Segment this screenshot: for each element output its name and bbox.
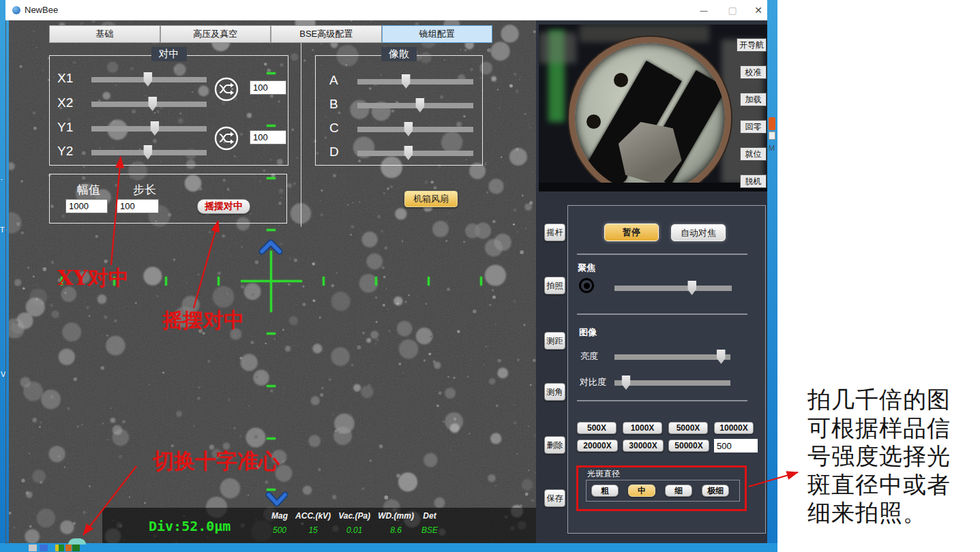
mag-5000x-button[interactable]: 5000X [668,422,708,434]
titlebar: NewBee — ▢ ✕ [5,0,767,20]
nav-home-zero-button[interactable]: 回零 [740,120,767,134]
wobble-x-input[interactable] [250,80,286,95]
taskbar-icon[interactable] [29,545,37,551]
slider-x2-thumb[interactable] [148,97,157,111]
slider-d[interactable] [357,151,473,156]
swing-centering-button[interactable]: 摇摆对中 [197,199,250,214]
mag-20000x-button[interactable]: 20000X [577,440,618,452]
swing-groupbox: 幅值 步长 摇摆对中 [49,174,287,224]
slider-y2-thumb[interactable] [143,145,152,159]
brightness-slider-thumb[interactable] [717,350,726,364]
annotation-red-rectangle [576,465,747,511]
taskbar-icon[interactable] [65,545,72,551]
wobble-y-icon[interactable] [213,125,239,151]
slider-a[interactable] [357,79,473,85]
slider-b-thumb[interactable] [415,98,424,112]
status-col-wd: WD.(mm) 8.6 [378,511,414,535]
slider-a-thumb[interactable] [402,74,411,89]
autofocus-button[interactable]: 自动对焦 [671,224,726,241]
maximize-button[interactable]: ▢ [719,0,746,20]
brightness-slider[interactable] [614,354,730,360]
wobble-y-input[interactable] [250,130,286,144]
screen: - T· V M NewBee — ▢ ✕ 基础 高压及真空 BSE高级配置 镜… [0,0,980,552]
stage-hole [614,73,628,87]
side-note-line: 可根据样品信 [807,414,980,443]
tool-measure-distance-button[interactable]: 测距 [544,332,565,350]
centering-title: 对中 [151,47,187,61]
camera-machinery [539,33,576,63]
wobble-x-icon[interactable] [213,76,239,102]
nav-load-button[interactable]: 加载 [740,93,767,106]
taskbar-icon[interactable] [72,545,80,551]
pause-button[interactable]: 暂停 [604,224,659,241]
centering-groupbox: 对中 X1 X2 Y1 Y2 [49,55,288,166]
contrast-slider-thumb[interactable] [622,375,631,390]
slider-b[interactable] [357,103,473,108]
mag-10000x-button[interactable]: 10000X [714,422,754,434]
brightness-label: 亮度 [580,350,598,363]
slider-y1-thumb[interactable] [150,121,159,136]
crosshair-vline [270,251,272,312]
slider-x1[interactable] [91,77,207,82]
scale-tick [428,277,430,286]
tab-bar: 基础 高压及真空 BSE高级配置 镜组配置 [49,25,492,43]
focus-slider-thumb[interactable] [687,281,696,295]
mag-1000x-button[interactable]: 1000X [623,422,662,434]
slider-x2[interactable] [91,102,207,107]
app-icon [12,6,20,14]
tool-save-button[interactable]: 保存 [544,489,565,507]
slider-label-x2: X2 [57,95,73,110]
status-bar: Div:52.0μm Mag 500 ACC.(kV) 15 Vac.(Pa) … [102,508,536,543]
slider-x1-thumb[interactable] [143,72,152,87]
step-input[interactable] [117,199,159,213]
desktop-icon-doc[interactable] [769,132,775,140]
nav-open-navigation-button[interactable]: 开导航 [737,38,767,52]
mag-30000x-button[interactable]: 30000X [623,440,664,452]
slider-label-x1: X1 [57,71,73,86]
scale-tick [165,277,167,286]
config-divider [301,43,301,227]
scale-tick [267,438,276,440]
slider-label-y2: Y2 [57,144,73,159]
amplitude-label: 幅值 [77,182,100,198]
tool-joystick-button[interactable]: 摇杆 [544,224,565,241]
side-note-line: 斑直径中或者 [807,471,980,500]
scale-tick [375,277,377,286]
tab-basic[interactable]: 基础 [49,25,160,43]
tool-snapshot-button[interactable]: 拍照 [544,277,565,294]
scale-tick [267,125,276,127]
slider-c[interactable] [357,127,473,132]
mag-50000x-button[interactable]: 50000X [668,440,709,452]
taskbar-icon[interactable] [59,545,64,551]
taskbar-peek-icon[interactable] [68,538,86,545]
nav-calibrate-button[interactable]: 校准 [740,65,767,79]
side-note-line: 号强度选择光 [807,442,980,471]
minimize-button[interactable]: — [690,0,717,20]
mag-500x-button[interactable]: 500X [577,422,617,434]
tool-measure-angle-button[interactable]: 测角 [544,383,565,401]
chassis-fan-button[interactable]: 机箱风扇 [404,191,458,207]
nav-in-position-button[interactable]: 就位 [740,147,767,161]
mag-input[interactable] [714,439,758,453]
slider-d-thumb[interactable] [404,146,413,160]
close-button[interactable]: ✕ [745,0,772,20]
nav-offline-button[interactable]: 脱机 [740,174,767,188]
record-icon[interactable] [579,278,594,293]
tab-hv-vacuum[interactable]: 高压及真空 [160,25,271,43]
amplitude-input[interactable] [65,199,108,213]
scale-tick [267,177,276,179]
slider-label-d: D [329,144,339,159]
slider-y1[interactable] [91,126,207,132]
slider-y2[interactable] [91,150,207,155]
taskbar-icon[interactable] [40,545,48,551]
desktop-icon-orange[interactable] [769,117,775,130]
tool-delete-button[interactable]: 删除 [544,436,565,454]
contrast-slider[interactable] [614,380,730,386]
sample-stage-disc [569,37,731,191]
side-note-line: 拍几千倍的图 [807,386,980,414]
tab-lens-config[interactable]: 镜组配置 [382,25,493,43]
tab-bse-advanced[interactable]: BSE高级配置 [271,25,382,43]
slider-c-thumb[interactable] [404,122,413,136]
focus-slider[interactable] [614,286,732,291]
status-col-vac: Vac.(Pa) 0.01 [338,511,370,535]
